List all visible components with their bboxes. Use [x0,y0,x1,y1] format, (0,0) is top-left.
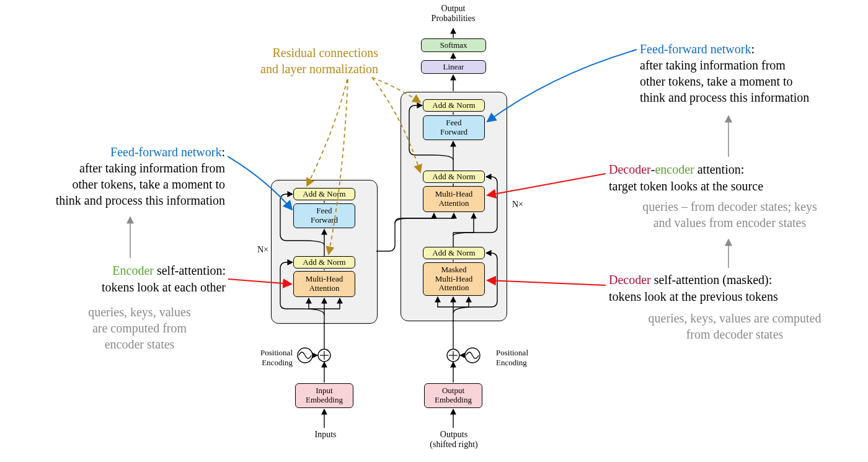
text: Feed-forward network [110,145,221,159]
text: Add & Norm [432,101,475,110]
text: queries – from decoder states; keys [642,200,817,213]
text: Outputs [440,430,467,439]
text: Residual connections [272,46,378,60]
decoder-cross-annotation: Decoder-encoder attention: [609,161,838,177]
residual-annotation: Residual connections and layer normaliza… [167,45,378,77]
text: InputEmbedding [306,386,343,405]
text: Encoding [496,358,527,367]
text: and values from encoder states [653,216,807,229]
output-probabilities-label: Output Probabilities [422,4,484,24]
decoder-posenc-label: Positional Encoding [496,348,546,368]
svg-point-17 [465,348,480,363]
text: after taking information from [79,161,225,175]
text: Probabilities [432,14,476,23]
text: Multi-HeadAttention [435,190,473,208]
text: after taking information from [640,58,786,72]
text: Decoder [609,273,651,287]
encoder-addnorm-1: Add & Norm [293,256,355,269]
text: Add & Norm [303,258,345,267]
text: FeedForward [311,207,338,225]
decoder-cross-grey: queries – from decoder states; keys and … [615,198,844,231]
text: Encoder [112,264,154,277]
text: OutputEmbedding [435,386,472,405]
text: N× [512,200,523,209]
encoder-posenc-label: Positional Encoding [243,348,293,368]
text: target token looks at the source [609,179,763,193]
text: Positional [260,348,293,357]
encoder-self-annotation: Encoder self-attention: [60,262,226,278]
inputs-label: Inputs [301,430,350,440]
decoder-addnorm-2: Add & Norm [423,171,485,183]
decoder-cross-sub: target token looks at the source [609,178,838,194]
text: self-attention (masked): [651,273,773,287]
text: self-attention: [154,264,226,277]
text: Multi-HeadAttention [306,275,343,293]
text: FeedForward [440,118,467,137]
text: Decoder [609,162,651,176]
text: are computed from [92,321,187,335]
output-embedding-box: OutputEmbedding [424,383,482,408]
encoder-repeat-label: N× [257,245,268,255]
text: Feed-forward network [640,42,751,56]
svg-point-2 [318,349,330,362]
decoder-masked-attention: MaskedMulti-HeadAttention [423,262,485,296]
text: Add & Norm [432,249,475,258]
text: MaskedMulti-HeadAttention [435,265,473,293]
decoder-ff-annotation: Feed-forward network: after taking infor… [640,41,844,105]
decoder-addnorm-1: Add & Norm [423,247,485,259]
svg-point-14 [447,349,459,362]
outputs-label: Outputs (shifted right) [417,430,491,450]
decoder-self-sub: tokens look at the previous tokens [609,288,857,304]
svg-point-5 [298,348,312,363]
decoder-addnorm-3: Add & Norm [423,99,485,112]
text: Add & Norm [432,172,475,182]
text: think and process this information [56,193,225,207]
text: Positional [496,348,528,357]
decoder-self-annotation: Decoder self-attention (masked): [609,272,857,288]
text: Encoding [262,358,293,367]
encoder-ff-annotation: Feed-forward network: after taking infor… [24,144,225,208]
text: other tokens, take a moment to [640,74,793,88]
text: other tokens, take a moment to [72,177,225,191]
text: attention: [694,162,745,176]
encoder-stack [271,180,378,324]
softmax-box: Softmax [421,38,486,52]
text: queries, keys, values are computed [649,311,822,325]
text: Linear [443,63,464,72]
encoder-self-sub: tokens look at each other [60,279,226,295]
text: Inputs [315,430,337,439]
text: encoder states [105,337,175,351]
input-embedding-box: InputEmbedding [295,383,353,408]
decoder-cross-attention: Multi-HeadAttention [423,186,485,212]
decoder-self-grey: queries, keys, values are computed from … [620,310,849,342]
encoder-self-attention: Multi-HeadAttention [293,271,355,297]
text: queries, keys, values [88,305,191,319]
linear-box: Linear [421,60,486,74]
text: and layer normalization [260,62,378,76]
text: think and process this information [640,91,809,104]
text: tokens look at the previous tokens [609,290,778,303]
text: Add & Norm [303,190,345,199]
encoder-self-grey: queries, keys, values are computed from … [71,304,208,352]
text: from decoder states [686,327,784,341]
text: encoder [655,162,694,176]
text: (shifted right) [430,440,477,449]
decoder-feedforward: FeedForward [423,115,485,140]
encoder-feedforward: FeedForward [293,203,355,228]
text: N× [257,245,268,254]
text: tokens look at each other [102,280,226,294]
decoder-repeat-label: N× [512,200,523,210]
text: Softmax [440,41,467,50]
text: Output [441,4,466,13]
encoder-addnorm-2: Add & Norm [293,188,355,200]
